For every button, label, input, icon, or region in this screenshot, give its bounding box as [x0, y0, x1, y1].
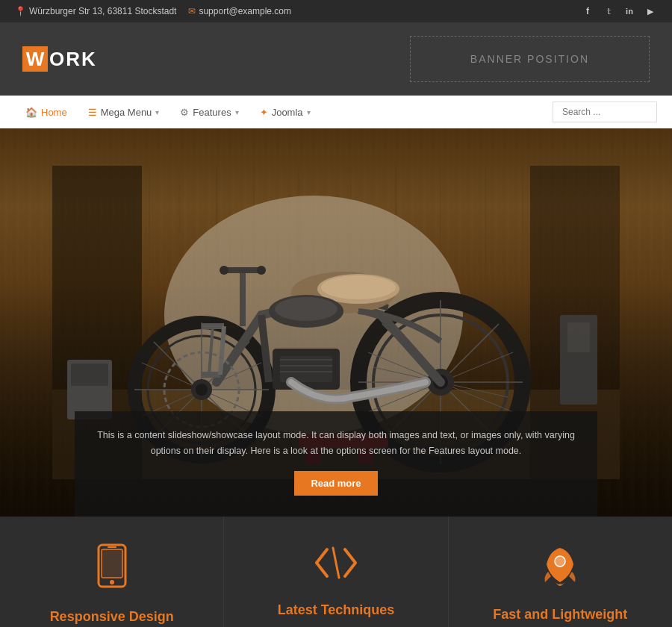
hero-caption-text: This is a content slideshow/showcase lay…	[97, 428, 575, 460]
location-icon: 📍	[15, 6, 26, 16]
mail-icon: ✉	[188, 6, 196, 16]
header: W ORK BANNER POSITION	[0, 22, 672, 96]
joomla-icon: ✦	[260, 107, 268, 118]
joomla-chevron-icon: ▾	[307, 108, 311, 116]
topbar-contact: 📍 Würzburger Str 13, 63811 Stockstadt ✉ …	[15, 6, 291, 16]
read-more-button[interactable]: Read more	[294, 471, 377, 496]
feature-fast-title: Fast and Lightweight	[464, 607, 657, 623]
svg-point-34	[196, 384, 208, 396]
topbar: 📍 Würzburger Str 13, 63811 Stockstadt ✉ …	[0, 0, 672, 22]
twitter-icon[interactable]: 𝕥	[602, 4, 615, 18]
search-input[interactable]	[553, 102, 657, 122]
logo[interactable]: W ORK	[22, 46, 97, 72]
features-section: Responsive Design Latest Techniques	[0, 517, 672, 627]
svg-point-52	[257, 266, 266, 275]
svg-point-37	[321, 275, 396, 299]
nav-item-joomla[interactable]: ✦ Joomla ▾	[249, 98, 321, 127]
nav-home-label: Home	[41, 107, 67, 118]
phone-icon	[15, 543, 208, 597]
email-item: ✉ support@example.com	[188, 6, 291, 16]
social-links: f 𝕥 in ▶	[581, 4, 657, 18]
nav-item-megamenu[interactable]: ☰ Mega Menu ▾	[78, 98, 170, 127]
address-item: 📍 Würzburger Str 13, 63811 Stockstadt	[15, 6, 176, 16]
feature-responsive: Responsive Design	[0, 517, 224, 627]
feature-responsive-title: Responsive Design	[15, 609, 208, 625]
nav-joomla-label: Joomla	[272, 107, 303, 118]
svg-line-65	[333, 548, 339, 578]
nav-features-label: Features	[193, 107, 231, 118]
logo-text: ORK	[49, 48, 97, 71]
youtube-icon[interactable]: ▶	[644, 4, 657, 18]
rocket-icon	[464, 543, 657, 595]
svg-point-63	[110, 580, 114, 584]
email-text: support@example.com	[199, 6, 291, 16]
svg-point-39	[275, 297, 337, 321]
svg-rect-60	[567, 322, 590, 352]
megamenu-chevron-icon: ▾	[155, 108, 159, 116]
banner-position: BANNER POSITION	[410, 36, 650, 82]
svg-rect-58	[71, 364, 108, 386]
home-icon: 🏠	[25, 107, 37, 118]
nav-item-home[interactable]: 🏠 Home	[15, 98, 78, 127]
navbar: 🏠 Home ☰ Mega Menu ▾ ⚙ Features ▾ ✦ Joom…	[0, 96, 672, 128]
feature-techniques: Latest Techniques	[224, 517, 448, 627]
feature-fast: Fast and Lightweight	[449, 517, 672, 627]
nav-menu: 🏠 Home ☰ Mega Menu ▾ ⚙ Features ▾ ✦ Joom…	[15, 98, 321, 127]
hero-slideshow: This is a content slideshow/showcase lay…	[0, 128, 672, 517]
features-gear-icon: ⚙	[180, 107, 189, 118]
megamenu-icon: ☰	[88, 107, 97, 118]
code-icon	[239, 543, 432, 590]
address-text: Würzburger Str 13, 63811 Stockstadt	[29, 6, 176, 16]
feature-techniques-title: Latest Techniques	[239, 602, 432, 618]
svg-rect-64	[108, 546, 116, 548]
logo-w-letter: W	[22, 46, 48, 72]
facebook-icon[interactable]: f	[581, 4, 594, 18]
hero-caption: This is a content slideshow/showcase lay…	[75, 411, 597, 517]
nav-megamenu-label: Mega Menu	[101, 107, 152, 118]
svg-point-66	[555, 556, 565, 567]
svg-point-51	[220, 266, 228, 275]
features-chevron-icon: ▾	[235, 108, 239, 116]
svg-rect-62	[102, 549, 122, 578]
linkedin-icon[interactable]: in	[623, 4, 636, 18]
nav-item-features[interactable]: ⚙ Features ▾	[169, 98, 249, 127]
